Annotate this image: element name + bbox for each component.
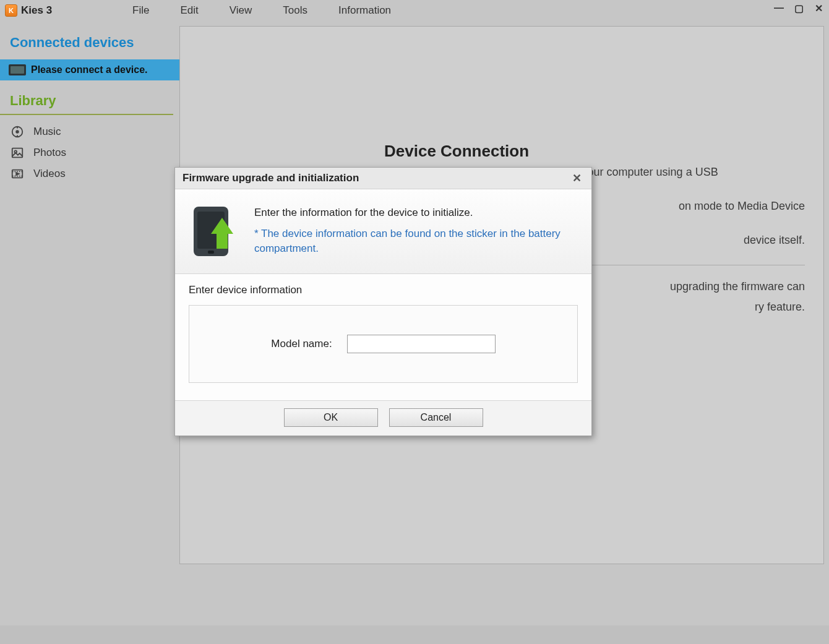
status-bar [0,625,829,644]
menu-file[interactable]: File [132,4,149,17]
firmware-upgrade-dialog: Firmware upgrade and initialization ✕ En… [174,167,592,436]
library-heading: Library [0,80,173,115]
app-title: Kies 3 [21,4,52,17]
svg-point-1 [16,131,19,133]
sidebar-item-music[interactable]: Music [0,121,179,142]
dialog-instruction: Enter the information for the device to … [254,207,575,219]
sidebar-item-connect-status[interactable]: Please connect a device. [0,59,179,80]
menu-tools[interactable]: Tools [283,4,307,17]
dialog-title: Firmware upgrade and initialization [183,172,359,184]
dialog-note: * The device information can be found on… [254,226,575,256]
close-window-button[interactable]: ✕ [812,2,825,14]
photo-icon [10,146,25,160]
sidebar: Connected devices Please connect a devic… [0,21,179,625]
device-info-section-label: Enter device information [189,284,578,296]
device-info-box: Model name: [189,305,578,383]
dialog-header-text: Enter the information for the device to … [254,207,575,256]
dialog-close-button[interactable]: ✕ [570,171,584,185]
menu-edit[interactable]: Edit [181,4,199,17]
maximize-button[interactable]: ▢ [792,2,805,14]
connected-devices-heading: Connected devices [0,31,179,59]
app-icon: K [5,4,17,17]
svg-rect-2 [12,148,23,158]
sidebar-item-label: Music [33,126,61,138]
music-icon [10,125,25,139]
menu-view[interactable]: View [230,4,252,17]
menu-information[interactable]: Information [338,4,391,17]
video-icon [10,167,25,181]
connect-status-label: Please connect a device. [31,64,148,75]
ok-button[interactable]: OK [284,408,378,427]
menu-bar: File Edit View Tools Information [132,4,391,17]
dialog-header: Enter the information for the device to … [175,189,591,273]
model-name-label: Model name: [271,338,332,350]
dialog-title-bar: Firmware upgrade and initialization ✕ [175,168,591,189]
title-bar: K Kies 3 File Edit View Tools Informatio… [0,0,829,21]
minimize-button[interactable]: — [772,2,786,14]
firmware-upgrade-icon [194,207,237,256]
device-connection-title: Device Connection [384,142,805,161]
dialog-body: Enter device information Model name: [175,273,591,400]
sidebar-item-label: Photos [33,147,66,159]
cancel-button[interactable]: Cancel [389,408,483,427]
sidebar-item-photos[interactable]: Photos [0,142,179,163]
sidebar-item-videos[interactable]: Videos [0,163,179,184]
dialog-footer: OK Cancel [175,400,591,436]
model-name-input[interactable] [347,335,496,353]
device-icon [9,64,26,75]
sidebar-item-label: Videos [33,168,66,180]
window-controls: — ▢ ✕ [772,2,825,14]
